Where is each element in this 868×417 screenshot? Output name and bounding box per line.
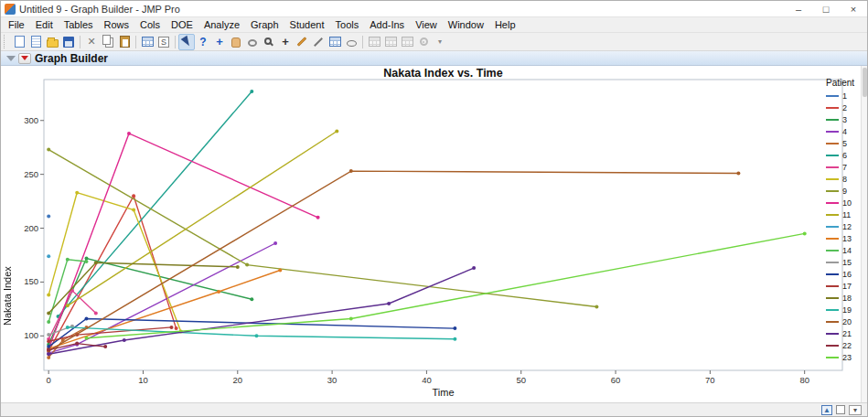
- legend-item[interactable]: 16: [826, 268, 859, 280]
- report-area: Nakata Index vs. Time Nakata Index Time …: [1, 66, 867, 402]
- legend-item[interactable]: 11: [826, 208, 859, 220]
- close-button[interactable]: ×: [840, 1, 867, 16]
- toolbar-more-dropdown-icon[interactable]: ▾: [432, 34, 448, 50]
- plot-area[interactable]: 01020304050607080100150200250300: [1, 66, 867, 402]
- crosshair-tool-icon[interactable]: +: [211, 34, 228, 50]
- legend-label: 23: [842, 353, 852, 362]
- legend-swatch-icon: [826, 95, 839, 97]
- data-table-icon[interactable]: [139, 34, 155, 50]
- legend-swatch-icon: [826, 143, 839, 144]
- new-data-table-icon[interactable]: [11, 34, 27, 50]
- menu-item-file[interactable]: File: [3, 18, 30, 31]
- svg-text:150: 150: [24, 276, 38, 286]
- new-journal-icon[interactable]: [27, 34, 44, 50]
- toolbar: ✕ S ? + + ▾: [1, 33, 867, 51]
- legend-item[interactable]: 6: [826, 149, 859, 161]
- menu-item-graph[interactable]: Graph: [245, 18, 284, 31]
- help-tool-icon[interactable]: ?: [195, 34, 211, 50]
- legend-item[interactable]: 3: [826, 113, 859, 125]
- legend-item[interactable]: 5: [826, 137, 859, 149]
- legend-label: 16: [842, 270, 852, 279]
- legend-item[interactable]: 10: [826, 197, 859, 208]
- copy-icon[interactable]: [100, 34, 116, 50]
- minimize-button[interactable]: –: [785, 1, 812, 16]
- legend-swatch-icon: [826, 273, 839, 275]
- pencil-tool-icon[interactable]: [294, 34, 310, 50]
- legend-swatch-icon: [826, 178, 839, 180]
- table-disabled-icon-1: [366, 34, 382, 50]
- svg-text:200: 200: [24, 223, 38, 233]
- legend-item[interactable]: 4: [826, 125, 859, 137]
- menu-item-help[interactable]: Help: [489, 18, 521, 31]
- disclosure-triangle-icon[interactable]: [6, 56, 16, 61]
- menu-item-edit[interactable]: Edit: [30, 18, 59, 31]
- legend-label: 5: [842, 139, 847, 148]
- menu-bar: File Edit Tables Rows Cols DOE Analyze G…: [1, 17, 867, 33]
- magnifier-tool-icon[interactable]: [261, 34, 277, 50]
- legend-swatch-icon: [826, 226, 839, 228]
- red-triangle-icon: [21, 56, 28, 60]
- dock-icon[interactable]: ▲: [821, 405, 832, 415]
- legend-item[interactable]: 13: [826, 232, 859, 244]
- legend-swatch-icon: [826, 357, 839, 358]
- legend-label: 7: [842, 163, 847, 172]
- menu-item-rows[interactable]: Rows: [99, 18, 135, 31]
- svg-text:10: 10: [138, 375, 148, 385]
- legend-item[interactable]: 7: [826, 161, 859, 173]
- arrow-tool-icon[interactable]: [178, 34, 195, 50]
- toolbar-grip[interactable]: [4, 35, 8, 48]
- legend-item[interactable]: 2: [826, 102, 859, 113]
- grabber-tool-icon[interactable]: [228, 34, 244, 50]
- open-folder-icon[interactable]: [44, 34, 60, 50]
- line-tool-icon[interactable]: [310, 34, 327, 50]
- maximize-button[interactable]: □: [812, 1, 840, 16]
- status-checkbox[interactable]: [836, 405, 845, 414]
- scrollbar-thumb[interactable]: [863, 68, 867, 97]
- red-triangle-menu-button[interactable]: [18, 53, 31, 64]
- legend-item[interactable]: 12: [826, 220, 859, 232]
- window-title: Untitled 9 - Graph Builder - JMP Pro: [19, 4, 785, 15]
- shape-tool-icon[interactable]: [343, 34, 359, 50]
- menu-item-cols[interactable]: Cols: [134, 18, 166, 31]
- legend-swatch-icon: [826, 214, 839, 216]
- legend-item[interactable]: 23: [826, 351, 859, 363]
- menu-item-student[interactable]: Student: [284, 18, 330, 31]
- cut-icon[interactable]: ✕: [83, 34, 100, 50]
- legend-item[interactable]: 14: [826, 244, 859, 256]
- legend-label: 18: [842, 294, 852, 303]
- menu-item-addins[interactable]: Add-Ins: [364, 18, 410, 31]
- legend-swatch-icon: [826, 202, 839, 204]
- legend-swatch-icon: [826, 345, 839, 347]
- menu-item-analyze[interactable]: Analyze: [198, 18, 245, 31]
- vertical-scrollbar[interactable]: [861, 66, 867, 402]
- legend-item[interactable]: 22: [826, 339, 859, 351]
- legend-items: 1234567891011121314151617181920212223: [826, 90, 859, 363]
- menu-item-tables[interactable]: Tables: [59, 18, 99, 31]
- save-icon[interactable]: [60, 34, 77, 50]
- svg-text:100: 100: [24, 330, 38, 340]
- layout-table-icon[interactable]: [327, 34, 343, 50]
- legend-item[interactable]: 20: [826, 315, 859, 327]
- legend-item[interactable]: 9: [826, 185, 859, 197]
- legend-item[interactable]: 15: [826, 256, 859, 268]
- legend-swatch-icon: [826, 333, 839, 335]
- status-dropdown-icon[interactable]: ▾: [849, 405, 862, 415]
- menu-item-tools[interactable]: Tools: [330, 18, 365, 31]
- legend-item[interactable]: 1: [826, 90, 859, 102]
- legend-item[interactable]: 19: [826, 304, 859, 315]
- legend-item[interactable]: 18: [826, 292, 859, 304]
- menu-item-window[interactable]: Window: [443, 18, 489, 31]
- table-disabled-icon-2: [382, 34, 399, 50]
- lasso-tool-icon[interactable]: [244, 34, 261, 50]
- legend-item[interactable]: 21: [826, 327, 859, 339]
- legend-label: 1: [842, 91, 847, 101]
- menu-item-view[interactable]: View: [410, 18, 443, 31]
- legend-item[interactable]: 17: [826, 280, 859, 292]
- annotate-plus-tool-icon[interactable]: +: [277, 34, 294, 50]
- script-window-icon[interactable]: S: [155, 34, 172, 50]
- legend-item[interactable]: 8: [826, 173, 859, 185]
- legend-swatch-icon: [826, 155, 839, 156]
- paste-icon[interactable]: [116, 34, 133, 50]
- menu-item-doe[interactable]: DOE: [166, 18, 198, 31]
- legend-label: 20: [842, 317, 852, 326]
